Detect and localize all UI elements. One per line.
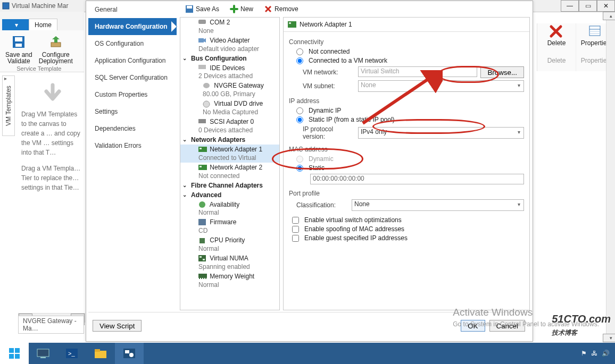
tree-node-numa[interactable]: Virtual NUMA Spanning enabled xyxy=(180,253,279,272)
taskbar-powershell[interactable]: >_ xyxy=(57,343,86,364)
maximize-button[interactable]: ▭ xyxy=(579,0,597,12)
main-v-scrollbar[interactable]: ▴ ▾ xyxy=(606,12,615,342)
new-button[interactable]: New xyxy=(228,5,255,13)
minimize-button[interactable]: — xyxy=(561,0,579,12)
ip-protocol-select[interactable]: IPv4 only xyxy=(358,127,524,139)
option-not-connected[interactable]: Not connected xyxy=(296,48,524,55)
tray-flag-icon[interactable]: ⚑ xyxy=(581,350,587,357)
category-hardware-configuration[interactable]: Hardware Configuration xyxy=(88,18,177,35)
category-general[interactable]: General xyxy=(88,1,177,18)
tree-node-nvgre[interactable]: NVGRE Gateway 80.00 GB, Primary xyxy=(180,81,279,99)
tree-node-availability[interactable]: Availability Normal xyxy=(180,200,279,218)
category-application-configuration[interactable]: Application Configuration xyxy=(88,52,177,69)
start-button[interactable] xyxy=(0,343,29,364)
svg-rect-0 xyxy=(3,3,9,9)
tree-section-advanced[interactable]: ⌄Advanced xyxy=(180,190,279,200)
save-and-validate-button[interactable]: Save and Validate xyxy=(2,32,36,65)
tree-section-network[interactable]: ⌄Network Adapters xyxy=(180,135,279,145)
collapse-icon[interactable]: ⌄ xyxy=(182,137,187,142)
svg-point-46 xyxy=(129,353,134,357)
tree-node-cpu[interactable]: CPU Priority Normal xyxy=(180,235,279,253)
category-os-configuration[interactable]: OS Configuration xyxy=(88,35,177,52)
close-button[interactable]: ✕ xyxy=(597,0,615,12)
ribbon-group-label: Service Template xyxy=(2,65,76,72)
chk-spoof[interactable] xyxy=(292,226,299,233)
new-label: New xyxy=(240,5,253,13)
collapse-icon[interactable]: ⌄ xyxy=(182,182,187,188)
tray-sound-icon[interactable]: 🔊 xyxy=(602,350,610,357)
dvd-label: Virtual DVD drive xyxy=(214,100,263,107)
checkbox-spoof-mac[interactable]: Enable spoofing of MAC addresses xyxy=(292,225,524,233)
checkbox-vswitch-opt[interactable]: Enable virtual switch optimizations xyxy=(292,216,524,224)
tree-section-bus[interactable]: ⌄Bus Configuration xyxy=(180,54,279,63)
tray-network-icon[interactable]: 🖧 xyxy=(591,350,597,357)
radio-not-connected[interactable] xyxy=(296,48,303,55)
designer-tab[interactable]: NVGRE Gateway - Ma… xyxy=(18,316,84,334)
chk-vswitch[interactable] xyxy=(292,217,299,224)
option-mac-dynamic[interactable]: Dynamic xyxy=(296,155,524,163)
tree-node-dvd[interactable]: Virtual DVD drive No Media Captured xyxy=(180,99,279,117)
tree-node-scsi[interactable]: SCSI Adapter 0 0 Devices attached xyxy=(180,117,279,135)
tree-node-network-adapter-2[interactable]: Network Adapter 2 Not connected xyxy=(180,163,279,181)
radio-dynamic-ip[interactable] xyxy=(296,107,303,114)
collapse-icon[interactable]: ⌄ xyxy=(182,192,187,198)
category-settings[interactable]: Settings xyxy=(88,103,177,120)
file-tab[interactable]: ▾ xyxy=(2,19,29,31)
category-dependencies[interactable]: Dependencies xyxy=(88,120,177,137)
category-custom-properties[interactable]: Custom Properties xyxy=(88,86,177,103)
tree-node-network-adapter-1[interactable]: Network Adapter 1 Connected to Virtual xyxy=(180,145,279,163)
vm-templates-vertical-tab[interactable]: VM Templates xyxy=(2,75,15,136)
tree-node-com2[interactable]: COM 2 None xyxy=(180,18,279,36)
browse-button[interactable]: Browse... xyxy=(480,66,524,78)
remove-button[interactable]: Remove xyxy=(262,5,301,13)
tree-section-fc[interactable]: ⌄Fibre Channel Adapters xyxy=(180,181,279,190)
tree-node-ide[interactable]: IDE Devices 2 Devices attached xyxy=(180,63,279,81)
taskbar-server-manager[interactable] xyxy=(29,343,57,364)
window-controls: — ▭ ✕ xyxy=(561,0,615,12)
tree-node-memory-weight[interactable]: Memory Weight Normal xyxy=(180,272,279,290)
radio-mac-static[interactable] xyxy=(296,165,303,172)
svg-rect-26 xyxy=(203,259,205,260)
svg-rect-34 xyxy=(9,348,14,353)
taskbar: >_ ⚑ 🖧 🔊 xyxy=(0,343,615,364)
nvgre-sub: 80.00 GB, Primary xyxy=(203,90,277,98)
system-tray[interactable]: ⚑ 🖧 🔊 xyxy=(581,350,615,357)
checkbox-guest-ip[interactable]: Enable guest specified IP addresses xyxy=(292,234,524,242)
taskbar-vmm[interactable] xyxy=(115,343,144,364)
configure-deployment-button[interactable]: Configure Deployment xyxy=(36,32,76,65)
radio-mac-dynamic[interactable] xyxy=(296,156,303,163)
delete-button[interactable]: Delete xyxy=(537,23,576,47)
home-tab[interactable]: Home xyxy=(29,19,57,31)
hardware-tree[interactable]: COM 2 None Video Adapter Default video a… xyxy=(180,17,280,310)
disk-icon xyxy=(203,82,210,90)
tree-node-firmware[interactable]: Firmware CD xyxy=(180,217,279,235)
classification-select[interactable]: None xyxy=(352,199,524,211)
radio-static-ip[interactable] xyxy=(296,116,303,123)
option-connected-vm[interactable]: Connected to a VM network xyxy=(296,57,524,64)
ribbon-group-service-template: Save and Validate Configure Deployment S… xyxy=(0,30,78,72)
group-mac-address: MAC address xyxy=(289,146,524,153)
mac-address-input[interactable]: 00:00:00:00:00:00 xyxy=(310,174,524,184)
canvas-placeholder: Drag VM Templates to the canvas to creat… xyxy=(21,83,84,199)
scsi-sub: 0 Devices attached xyxy=(198,126,277,134)
mem-sub: Normal xyxy=(198,281,277,289)
details-header: Network Adapter 1 xyxy=(284,18,529,32)
category-validation-errors[interactable]: Validation Errors xyxy=(88,137,177,154)
vm-subnet-select[interactable]: None xyxy=(358,80,524,92)
collapse-icon[interactable]: ⌄ xyxy=(182,55,187,61)
category-sql-server-configuration[interactable]: SQL Server Configuration xyxy=(88,69,177,86)
tree-node-video[interactable]: Video Adapter Default video adapter xyxy=(180,36,279,54)
save-as-button[interactable]: Save As xyxy=(183,5,221,13)
chk-guest[interactable] xyxy=(292,235,299,242)
view-script-button[interactable]: View Script xyxy=(93,320,142,332)
option-mac-static[interactable]: Static xyxy=(296,164,524,172)
taskbar-explorer[interactable] xyxy=(86,343,115,364)
option-dynamic-ip[interactable]: Dynamic IP xyxy=(296,107,524,114)
radio-connected-vm[interactable] xyxy=(296,57,303,64)
option-static-ip[interactable]: Static IP (from a static IP pool) xyxy=(296,116,524,123)
cpu-sub: Normal xyxy=(198,245,277,252)
save-validate-label: Save and Validate xyxy=(5,52,32,64)
svg-rect-24 xyxy=(198,255,206,261)
scroll-up-icon[interactable]: ▴ xyxy=(603,12,616,20)
delete-btn-label: Delete xyxy=(547,39,566,47)
